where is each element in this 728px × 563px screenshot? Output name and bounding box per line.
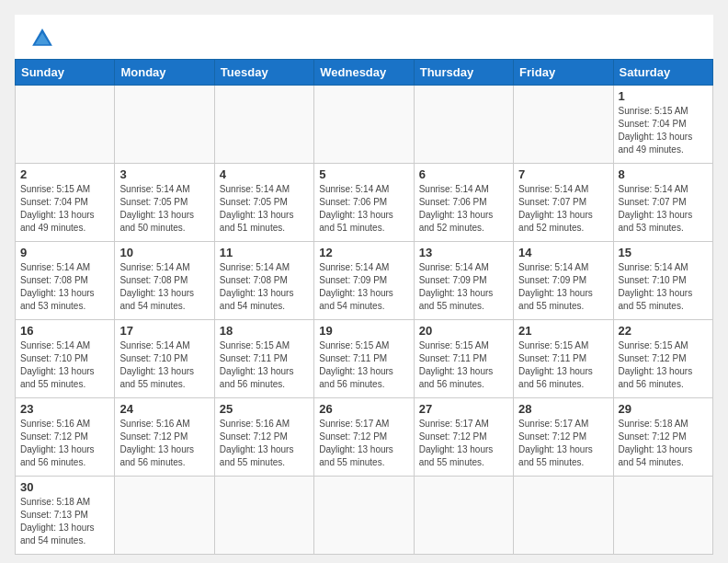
day-number: 27 [419, 402, 508, 416]
day-number: 29 [619, 402, 708, 416]
day-cell: 27Sunrise: 5:17 AM Sunset: 7:12 PM Dayli… [414, 398, 513, 477]
day-info: Sunrise: 5:14 AM Sunset: 7:05 PM Dayligh… [119, 183, 209, 235]
day-cell: 8Sunrise: 5:14 AM Sunset: 7:07 PM Daylig… [613, 164, 712, 242]
weekday-sunday: Sunday [16, 60, 115, 86]
day-cell [514, 86, 613, 164]
day-number: 17 [119, 324, 209, 338]
day-info: Sunrise: 5:14 AM Sunset: 7:07 PM Dayligh… [518, 183, 608, 235]
day-number: 25 [220, 402, 309, 416]
day-number: 5 [319, 167, 408, 181]
day-info: Sunrise: 5:14 AM Sunset: 7:08 PM Dayligh… [220, 261, 309, 313]
day-cell: 17Sunrise: 5:14 AM Sunset: 7:10 PM Dayli… [115, 320, 214, 398]
day-cell [613, 477, 712, 555]
day-cell: 18Sunrise: 5:15 AM Sunset: 7:11 PM Dayli… [214, 320, 313, 398]
day-number: 8 [619, 167, 708, 181]
day-cell [414, 477, 513, 555]
day-number: 4 [220, 167, 309, 181]
day-number: 7 [518, 167, 608, 181]
week-row-4: 16Sunrise: 5:14 AM Sunset: 7:10 PM Dayli… [16, 320, 713, 398]
day-number: 6 [419, 167, 508, 181]
week-row-3: 9Sunrise: 5:14 AM Sunset: 7:08 PM Daylig… [16, 242, 713, 320]
day-info: Sunrise: 5:17 AM Sunset: 7:12 PM Dayligh… [518, 418, 608, 469]
day-number: 16 [20, 324, 109, 338]
day-cell: 29Sunrise: 5:18 AM Sunset: 7:12 PM Dayli… [613, 398, 712, 477]
day-info: Sunrise: 5:16 AM Sunset: 7:12 PM Dayligh… [119, 418, 209, 469]
day-cell: 3Sunrise: 5:14 AM Sunset: 7:05 PM Daylig… [115, 164, 214, 242]
day-cell: 16Sunrise: 5:14 AM Sunset: 7:10 PM Dayli… [16, 320, 115, 398]
day-info: Sunrise: 5:14 AM Sunset: 7:06 PM Dayligh… [419, 183, 508, 235]
day-number: 14 [518, 246, 608, 259]
day-cell: 14Sunrise: 5:14 AM Sunset: 7:09 PM Dayli… [514, 242, 613, 320]
day-info: Sunrise: 5:18 AM Sunset: 7:12 PM Dayligh… [619, 418, 708, 469]
day-number: 23 [20, 402, 109, 416]
day-cell: 23Sunrise: 5:16 AM Sunset: 7:12 PM Dayli… [16, 398, 115, 477]
day-cell: 22Sunrise: 5:15 AM Sunset: 7:12 PM Dayli… [613, 320, 712, 398]
day-info: Sunrise: 5:17 AM Sunset: 7:12 PM Dayligh… [319, 418, 408, 469]
day-cell: 19Sunrise: 5:15 AM Sunset: 7:11 PM Dayli… [314, 320, 414, 398]
day-info: Sunrise: 5:14 AM Sunset: 7:10 PM Dayligh… [119, 339, 209, 391]
day-info: Sunrise: 5:14 AM Sunset: 7:07 PM Dayligh… [619, 183, 708, 235]
day-info: Sunrise: 5:14 AM Sunset: 7:09 PM Dayligh… [419, 261, 508, 313]
day-cell: 20Sunrise: 5:15 AM Sunset: 7:11 PM Dayli… [414, 320, 513, 398]
weekday-thursday: Thursday [414, 60, 513, 86]
day-info: Sunrise: 5:14 AM Sunset: 7:10 PM Dayligh… [619, 261, 708, 313]
day-number: 26 [319, 402, 408, 416]
day-number: 19 [319, 324, 408, 338]
day-info: Sunrise: 5:14 AM Sunset: 7:10 PM Dayligh… [20, 339, 109, 391]
weekday-wednesday: Wednesday [314, 60, 414, 86]
day-cell: 30Sunrise: 5:18 AM Sunset: 7:13 PM Dayli… [16, 477, 115, 555]
calendar-table: SundayMondayTuesdayWednesdayThursdayFrid… [15, 59, 713, 555]
day-cell [115, 477, 214, 555]
day-cell [115, 86, 214, 164]
day-number: 30 [20, 480, 109, 494]
week-row-2: 2Sunrise: 5:15 AM Sunset: 7:04 PM Daylig… [16, 164, 713, 242]
day-info: Sunrise: 5:14 AM Sunset: 7:05 PM Dayligh… [220, 183, 309, 235]
day-info: Sunrise: 5:15 AM Sunset: 7:11 PM Dayligh… [419, 339, 508, 391]
day-number: 9 [20, 246, 109, 259]
day-cell [16, 86, 115, 164]
day-cell: 4Sunrise: 5:14 AM Sunset: 7:05 PM Daylig… [214, 164, 313, 242]
weekday-friday: Friday [514, 60, 613, 86]
day-number: 1 [619, 89, 708, 103]
day-info: Sunrise: 5:14 AM Sunset: 7:09 PM Dayligh… [319, 261, 408, 313]
day-info: Sunrise: 5:16 AM Sunset: 7:12 PM Dayligh… [20, 418, 109, 469]
day-number: 18 [220, 324, 309, 338]
day-cell: 11Sunrise: 5:14 AM Sunset: 7:08 PM Dayli… [214, 242, 313, 320]
day-cell: 21Sunrise: 5:15 AM Sunset: 7:11 PM Dayli… [514, 320, 613, 398]
day-cell: 1Sunrise: 5:15 AM Sunset: 7:04 PM Daylig… [613, 86, 712, 164]
day-info: Sunrise: 5:15 AM Sunset: 7:04 PM Dayligh… [619, 105, 708, 156]
day-cell [414, 86, 513, 164]
day-number: 10 [119, 246, 209, 259]
weekday-tuesday: Tuesday [214, 60, 313, 86]
day-cell: 10Sunrise: 5:14 AM Sunset: 7:08 PM Dayli… [115, 242, 214, 320]
day-cell: 13Sunrise: 5:14 AM Sunset: 7:09 PM Dayli… [414, 242, 513, 320]
day-number: 3 [119, 167, 209, 181]
day-cell: 7Sunrise: 5:14 AM Sunset: 7:07 PM Daylig… [514, 164, 613, 242]
day-info: Sunrise: 5:14 AM Sunset: 7:08 PM Dayligh… [119, 261, 209, 313]
header [15, 15, 713, 59]
calendar-page: SundayMondayTuesdayWednesdayThursdayFrid… [15, 15, 713, 555]
weekday-monday: Monday [115, 60, 214, 86]
day-cell: 9Sunrise: 5:14 AM Sunset: 7:08 PM Daylig… [16, 242, 115, 320]
day-number: 12 [319, 246, 408, 259]
day-number: 21 [518, 324, 608, 338]
day-cell [314, 477, 414, 555]
day-cell [314, 86, 414, 164]
day-number: 2 [20, 167, 109, 181]
day-number: 28 [518, 402, 608, 416]
day-cell: 5Sunrise: 5:14 AM Sunset: 7:06 PM Daylig… [314, 164, 414, 242]
day-number: 11 [220, 246, 309, 259]
day-info: Sunrise: 5:15 AM Sunset: 7:11 PM Dayligh… [319, 339, 408, 391]
logo [29, 26, 59, 52]
week-row-6: 30Sunrise: 5:18 AM Sunset: 7:13 PM Dayli… [16, 477, 713, 555]
weekday-saturday: Saturday [613, 60, 712, 86]
day-cell: 12Sunrise: 5:14 AM Sunset: 7:09 PM Dayli… [314, 242, 414, 320]
day-cell: 28Sunrise: 5:17 AM Sunset: 7:12 PM Dayli… [514, 398, 613, 477]
day-info: Sunrise: 5:16 AM Sunset: 7:12 PM Dayligh… [220, 418, 309, 469]
day-cell: 6Sunrise: 5:14 AM Sunset: 7:06 PM Daylig… [414, 164, 513, 242]
day-info: Sunrise: 5:15 AM Sunset: 7:12 PM Dayligh… [619, 339, 708, 391]
day-number: 13 [419, 246, 508, 259]
day-info: Sunrise: 5:14 AM Sunset: 7:08 PM Dayligh… [20, 261, 109, 313]
day-number: 22 [619, 324, 708, 338]
day-number: 20 [419, 324, 508, 338]
